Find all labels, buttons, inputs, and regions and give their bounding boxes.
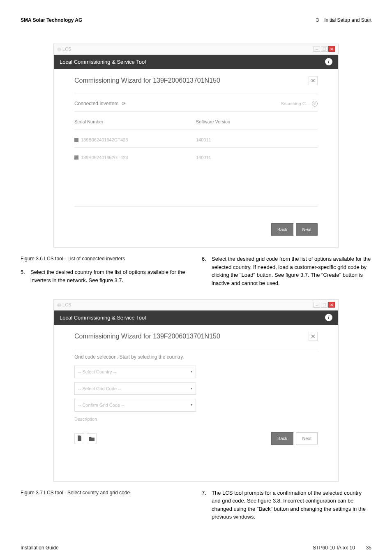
page-footer: Installation Guide STP60-10-IA-xx-10 35 bbox=[21, 544, 371, 551]
step-text: Select the desired grid code from the li… bbox=[212, 255, 371, 287]
divider bbox=[74, 206, 318, 207]
step-number: 5. bbox=[21, 268, 27, 284]
window-titlebar: ◎ LCS – ☐ ✕ bbox=[54, 300, 338, 310]
divider bbox=[74, 130, 318, 130]
step-number: 6. bbox=[202, 255, 208, 287]
next-button: Next bbox=[296, 432, 318, 445]
step-number: 7. bbox=[202, 489, 208, 521]
lcs-label-text: LCS bbox=[62, 46, 71, 51]
divider bbox=[74, 147, 318, 148]
version-cell: 140011 bbox=[196, 154, 318, 161]
table-row: 139B062401642GT423 140011 bbox=[74, 134, 318, 146]
divider bbox=[74, 93, 318, 93]
chevron-down-icon: ▾ bbox=[191, 369, 192, 374]
back-button[interactable]: Back bbox=[271, 223, 293, 236]
select-country-dropdown[interactable]: -- Select Country -- ▾ bbox=[74, 366, 196, 378]
section-number: 3 bbox=[316, 17, 319, 23]
select-country-label: -- Select Country -- bbox=[78, 368, 116, 375]
window-controls: – ☐ ✕ bbox=[314, 46, 335, 52]
company-name: SMA Solar Technology AG bbox=[21, 16, 82, 24]
select-grid-code-dropdown[interactable]: -- Select Grid Code -- ▾ bbox=[74, 382, 196, 395]
section-label: 3 Initial Setup and Start bbox=[316, 16, 371, 24]
maximize-icon[interactable]: ☐ bbox=[321, 46, 327, 52]
step-text: Select the desired country from the list… bbox=[30, 268, 190, 284]
cancel-search-icon[interactable]: ⊘ bbox=[312, 101, 318, 107]
divider bbox=[74, 349, 318, 349]
select-grid-label: -- Select Grid Code -- bbox=[78, 385, 121, 392]
spacer bbox=[74, 445, 318, 470]
footer-doc-id: STP60-10-IA-xx-10 bbox=[313, 545, 355, 551]
close-icon[interactable]: ✕ bbox=[328, 46, 335, 52]
lcs-icon-label: ◎ LCS bbox=[57, 46, 71, 53]
lcs-window-2: ◎ LCS – ☐ ✕ Local Commissioning & Servic… bbox=[53, 299, 339, 482]
footer-right-group: STP60-10-IA-xx-10 35 bbox=[313, 544, 371, 551]
wizard-nav: Back Next bbox=[74, 223, 318, 236]
confirm-grid-label: -- Confirm Grid Code -- bbox=[78, 402, 124, 409]
minimize-icon[interactable]: – bbox=[314, 302, 320, 308]
wizard-close-icon[interactable]: ✕ bbox=[309, 332, 318, 341]
col-serial: Serial Number bbox=[74, 118, 196, 125]
spacer bbox=[21, 290, 371, 299]
text-block-2: Figure 3.7 LCS tool - Select country and… bbox=[21, 489, 371, 524]
create-button bbox=[74, 433, 84, 443]
wizard-nav: Back Next bbox=[271, 432, 318, 445]
spacer bbox=[74, 164, 318, 205]
text-block-1: Figure 3.6 LCS tool - List of connected … bbox=[21, 255, 371, 290]
serial-cell: 139B062401642GT423 bbox=[81, 137, 128, 144]
footer-page-number: 35 bbox=[366, 545, 371, 551]
tool-title: Local Commissioning & Service Tool bbox=[60, 58, 146, 66]
close-icon[interactable]: ✕ bbox=[328, 302, 335, 308]
refresh-icon[interactable]: ⟳ bbox=[122, 100, 126, 107]
wizard-body: Commissioning Wizard for 139F2006013701N… bbox=[54, 69, 338, 247]
searching-status: Searching C… ⊘ bbox=[281, 100, 318, 107]
window-controls: – ☐ ✕ bbox=[314, 302, 335, 308]
figure-caption-3-7: Figure 3.7 LCS tool - Select country and… bbox=[21, 489, 190, 496]
inverter-icon bbox=[74, 138, 78, 142]
footer-left: Installation Guide bbox=[21, 544, 59, 551]
col-software: Software Version bbox=[196, 118, 318, 125]
wizard-title: Commissioning Wizard for 139F2006013701N… bbox=[74, 76, 220, 86]
load-button[interactable] bbox=[87, 433, 97, 443]
wizard-title-row: Commissioning Wizard for 139F2006013701N… bbox=[74, 76, 318, 86]
lcs-label-text: LCS bbox=[62, 302, 71, 307]
chevron-down-icon: ▾ bbox=[191, 386, 192, 391]
lcs-icon-label: ◎ LCS bbox=[57, 301, 71, 308]
section-title: Initial Setup and Start bbox=[324, 17, 371, 23]
maximize-icon[interactable]: ☐ bbox=[321, 302, 327, 308]
wizard-title-row: Commissioning Wizard for 139F2006013701N… bbox=[74, 331, 318, 341]
page-header: SMA Solar Technology AG 3 Initial Setup … bbox=[21, 16, 371, 24]
step-5: 5. Select the desired country from the l… bbox=[21, 268, 190, 284]
confirm-grid-code-dropdown[interactable]: -- Confirm Grid Code -- ▾ bbox=[74, 399, 196, 412]
bottom-controls: Back Next bbox=[74, 432, 318, 445]
file-icon-row bbox=[74, 433, 97, 443]
wizard-close-icon[interactable]: ✕ bbox=[309, 76, 318, 85]
figure-caption-3-6: Figure 3.6 LCS tool - List of connected … bbox=[21, 255, 190, 262]
step-7: 7. The LCS tool prompts for a confirmati… bbox=[202, 489, 371, 521]
window-titlebar: ◎ LCS – ☐ ✕ bbox=[54, 44, 338, 55]
serial-cell: 139B062401662GT423 bbox=[81, 154, 128, 161]
description-label: Description bbox=[74, 416, 318, 423]
grid-code-instructions: Grid code selection. Start by selecting … bbox=[74, 353, 318, 361]
info-icon[interactable]: i bbox=[325, 314, 332, 321]
divider bbox=[74, 111, 318, 112]
tool-title: Local Commissioning & Service Tool bbox=[60, 314, 146, 322]
inverter-icon bbox=[74, 155, 78, 160]
tool-title-bar: Local Commissioning & Service Tool i bbox=[54, 310, 338, 325]
next-button[interactable]: Next bbox=[296, 223, 318, 236]
back-button[interactable]: Back bbox=[271, 432, 293, 445]
connected-inverters-row: Connected inverters ⟳ Searching C… ⊘ bbox=[74, 97, 318, 110]
version-cell: 140011 bbox=[196, 137, 318, 144]
step-text: The LCS tool prompts for a confirmation … bbox=[212, 489, 371, 521]
step-6: 6. Select the desired grid code from the… bbox=[202, 255, 371, 287]
chevron-down-icon: ▾ bbox=[191, 403, 192, 408]
table-header: Serial Number Software Version bbox=[74, 116, 318, 128]
lcs-window-1: ◎ LCS – ☐ ✕ Local Commissioning & Servic… bbox=[53, 44, 339, 248]
minimize-icon[interactable]: – bbox=[314, 46, 320, 52]
info-icon[interactable]: i bbox=[325, 58, 332, 65]
connected-label: Connected inverters ⟳ bbox=[74, 100, 126, 107]
table-row: 139B062401662GT423 140011 bbox=[74, 152, 318, 164]
wizard-title: Commissioning Wizard for 139F2006013701N… bbox=[74, 331, 220, 341]
searching-text: Searching C… bbox=[281, 100, 310, 107]
connected-text: Connected inverters bbox=[74, 101, 118, 107]
tool-title-bar: Local Commissioning & Service Tool i bbox=[54, 55, 338, 70]
